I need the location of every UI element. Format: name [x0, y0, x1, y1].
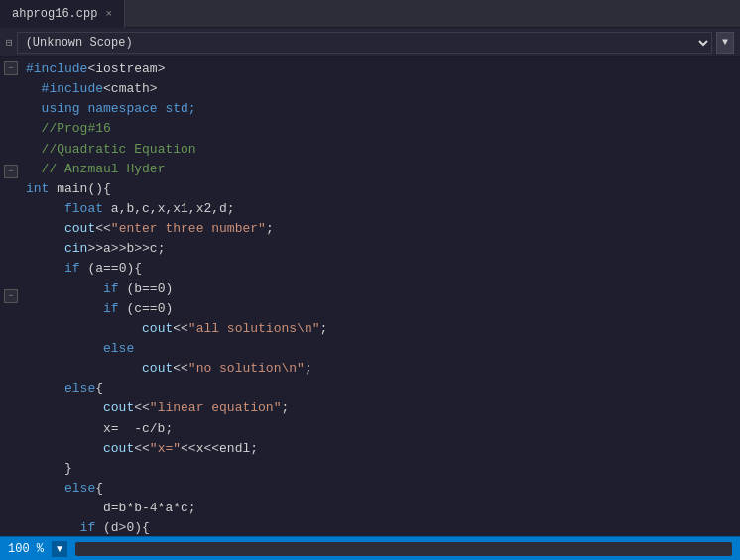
code-content[interactable]: #include<iostream> #include<cmath> using…	[22, 57, 740, 536]
code-line: else{	[26, 479, 736, 499]
scope-dropdown-arrow[interactable]: ▼	[716, 32, 734, 54]
collapse-icon: ⊟	[6, 36, 13, 49]
collapse-button-main[interactable]: −	[4, 61, 18, 75]
code-area: − − − #include<iostream> #include<cmath>…	[0, 57, 740, 536]
tab-filename: ahprog16.cpp	[12, 7, 97, 21]
code-line: if (c==0)	[26, 299, 736, 319]
tab-close-button[interactable]: ×	[105, 8, 112, 20]
code-line: cout<<"x="<<x<<endl;	[26, 439, 736, 459]
code-line: else	[26, 339, 736, 359]
status-bar: 100 % ▼	[0, 536, 740, 560]
code-line: d=b*b-4*a*c;	[26, 499, 736, 518]
code-line: //Quadratic Equation	[26, 140, 736, 160]
code-line: float a,b,c,x,x1,x2,d;	[26, 199, 736, 219]
code-line: if (b==0)	[26, 280, 736, 299]
collapse-button-else[interactable]: −	[4, 289, 18, 303]
collapse-button-sub[interactable]: −	[4, 165, 18, 178]
code-line: using namespace std;	[26, 99, 736, 119]
code-line: cin>>a>>b>>c;	[26, 239, 736, 259]
code-line: cout<<"all solutions\n";	[26, 319, 736, 339]
code-line: cout<<"no solution\n";	[26, 359, 736, 379]
code-line: int main(){	[26, 179, 736, 199]
code-line: // Anzmaul Hyder	[26, 160, 736, 179]
scope-bar: ⊟ (Unknown Scope) ▼	[0, 28, 740, 57]
code-line: #include<iostream>	[26, 59, 736, 79]
code-line: else{	[26, 379, 736, 398]
zoom-level: 100 %	[8, 542, 44, 556]
title-bar: ahprog16.cpp ×	[0, 0, 740, 28]
file-tab[interactable]: ahprog16.cpp ×	[0, 0, 125, 28]
line-gutter: − − −	[0, 57, 22, 536]
horizontal-scrollbar[interactable]	[75, 542, 732, 556]
code-line: //Prog#16	[26, 119, 736, 139]
code-line: cout<<"enter three number";	[26, 219, 736, 239]
code-line: #include<cmath>	[26, 79, 736, 99]
zoom-down-button[interactable]: ▼	[52, 541, 67, 557]
code-line: x= -c/b;	[26, 419, 736, 439]
scope-select[interactable]: (Unknown Scope)	[17, 32, 712, 54]
code-line: if (a==0){	[26, 259, 736, 279]
code-line: cout<<"linear equation";	[26, 398, 736, 418]
code-line: }	[26, 459, 736, 479]
code-line: if (d>0){	[26, 518, 736, 536]
